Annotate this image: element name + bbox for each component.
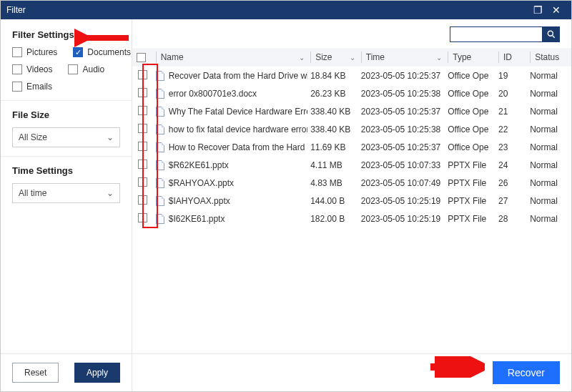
filter-videos-checkbox[interactable]: Videos xyxy=(12,64,52,74)
file-type: Office Ope xyxy=(445,102,495,120)
table-row[interactable]: $IAHYOAX.pptx144.00 B2023-05-05 10:25:19… xyxy=(132,192,571,210)
table-row[interactable]: error 0x800701e3.docx26.23 KB2023-05-05 … xyxy=(132,84,571,102)
file-table: Name⌄ Size⌄ Time⌄ Type ID Status Recover… xyxy=(132,48,571,227)
checkbox-icon xyxy=(12,47,22,57)
file-size-select[interactable]: All Size ⌄ xyxy=(12,127,120,147)
row-checkbox[interactable] xyxy=(138,177,147,187)
file-name: Why The Fatal Device Hardware Error Ap xyxy=(169,107,307,117)
checkbox-icon xyxy=(68,64,78,74)
file-status: Normal xyxy=(527,102,571,120)
file-size: 26.23 KB xyxy=(307,84,358,102)
apply-button[interactable]: Apply xyxy=(74,363,120,383)
file-type: Office Ope xyxy=(445,67,495,84)
file-time: 2023-05-05 10:25:19 xyxy=(358,192,445,210)
file-time: 2023-05-05 10:25:37 xyxy=(358,138,445,156)
filter-audio-checkbox[interactable]: Audio xyxy=(68,64,104,74)
reset-button[interactable]: Reset xyxy=(12,363,59,383)
file-status: Normal xyxy=(527,210,571,227)
select-all-checkbox[interactable] xyxy=(137,53,146,62)
svg-point-0 xyxy=(548,31,553,36)
sort-icon[interactable]: ⌄ xyxy=(299,54,305,62)
filter-documents-checkbox[interactable]: ✓ Documents xyxy=(73,47,131,57)
file-name: error 0x800701e3.docx xyxy=(169,89,257,99)
file-id: 26 xyxy=(495,174,527,192)
file-icon xyxy=(156,142,164,152)
window-title: Filter xyxy=(6,5,26,15)
close-icon[interactable]: ✕ xyxy=(547,4,566,16)
time-settings-select[interactable]: All time ⌄ xyxy=(12,183,120,203)
file-id: 23 xyxy=(495,138,527,156)
filter-pictures-checkbox[interactable]: Pictures xyxy=(12,47,57,57)
file-icon xyxy=(156,214,164,224)
chevron-down-icon: ⌄ xyxy=(107,188,114,198)
table-row[interactable]: $I62KE61.pptx182.00 B2023-05-05 10:25:19… xyxy=(132,210,571,227)
col-size[interactable]: Size xyxy=(315,52,332,62)
file-id: 27 xyxy=(495,192,527,210)
file-type: Office Ope xyxy=(445,84,495,102)
file-size: 338.40 KB xyxy=(307,120,358,138)
row-checkbox[interactable] xyxy=(138,213,147,222)
file-name: $I62KE61.pptx xyxy=(169,214,225,224)
file-size: 182.00 B xyxy=(307,210,358,227)
filter-settings-title: Filter Settings xyxy=(12,29,120,40)
sort-icon[interactable]: ⌄ xyxy=(350,54,355,62)
filter-emails-checkbox[interactable]: Emails xyxy=(12,82,52,92)
file-id: 20 xyxy=(495,84,527,102)
file-icon xyxy=(156,71,164,81)
file-size-value: All Size xyxy=(19,132,47,142)
file-icon xyxy=(156,160,164,170)
recover-button[interactable]: Recover xyxy=(493,361,560,384)
file-status: Normal xyxy=(527,84,571,102)
maximize-icon[interactable]: ❐ xyxy=(528,4,547,16)
file-icon xyxy=(156,178,164,188)
file-icon xyxy=(156,89,164,99)
col-time[interactable]: Time xyxy=(366,52,385,62)
file-type: Office Ope xyxy=(445,120,495,138)
file-status: Normal xyxy=(527,174,571,192)
file-name: how to fix fatal device hardware error.d… xyxy=(169,124,307,134)
table-row[interactable]: how to fix fatal device hardware error.d… xyxy=(132,120,571,138)
filter-label: Emails xyxy=(26,82,52,92)
file-name: How to Recover Data from the Hard Driv xyxy=(169,142,307,152)
table-row[interactable]: $RAHYOAX.pptx4.83 MB2023-05-05 10:07:49P… xyxy=(132,174,571,192)
file-size: 11.69 KB xyxy=(307,138,358,156)
col-type[interactable]: Type xyxy=(453,52,471,62)
file-status: Normal xyxy=(527,156,571,174)
row-checkbox[interactable] xyxy=(138,195,147,205)
filter-label: Pictures xyxy=(26,47,57,57)
content-area: Name⌄ Size⌄ Time⌄ Type ID Status Recover… xyxy=(132,19,571,391)
row-checkbox[interactable] xyxy=(138,124,147,133)
file-type: PPTX File xyxy=(445,156,495,174)
col-id[interactable]: ID xyxy=(503,52,512,62)
search-input[interactable] xyxy=(450,26,543,42)
table-row[interactable]: $R62KE61.pptx4.11 MB2023-05-05 10:07:33P… xyxy=(132,156,571,174)
search-icon xyxy=(546,29,556,39)
file-type: PPTX File xyxy=(445,210,495,227)
file-time: 2023-05-05 10:07:33 xyxy=(358,156,445,174)
checkbox-icon xyxy=(12,82,22,92)
row-checkbox[interactable] xyxy=(138,88,147,97)
table-row[interactable]: How to Recover Data from the Hard Driv11… xyxy=(132,138,571,156)
col-name[interactable]: Name xyxy=(161,52,184,62)
time-settings-value: All time xyxy=(19,188,46,198)
row-checkbox[interactable] xyxy=(138,70,147,79)
titlebar: Filter ❐ ✕ xyxy=(1,1,571,19)
col-status[interactable]: Status xyxy=(535,52,559,62)
sort-icon[interactable]: ⌄ xyxy=(436,54,442,62)
file-name: $RAHYOAX.pptx xyxy=(169,178,234,188)
file-id: 24 xyxy=(495,156,527,174)
table-row[interactable]: Recover Data from the Hard Drive with F1… xyxy=(132,67,571,84)
file-size-title: File Size xyxy=(12,109,120,120)
file-status: Normal xyxy=(527,120,571,138)
file-id: 22 xyxy=(495,120,527,138)
file-name: Recover Data from the Hard Drive with F xyxy=(169,71,307,81)
file-size: 144.00 B xyxy=(307,192,358,210)
file-time: 2023-05-05 10:25:37 xyxy=(358,102,445,120)
row-checkbox[interactable] xyxy=(138,160,147,169)
file-name: $IAHYOAX.pptx xyxy=(169,196,230,206)
row-checkbox[interactable] xyxy=(138,142,147,151)
file-status: Normal xyxy=(527,67,571,84)
search-button[interactable] xyxy=(543,26,560,42)
row-checkbox[interactable] xyxy=(138,106,147,115)
table-row[interactable]: Why The Fatal Device Hardware Error Ap33… xyxy=(132,102,571,120)
